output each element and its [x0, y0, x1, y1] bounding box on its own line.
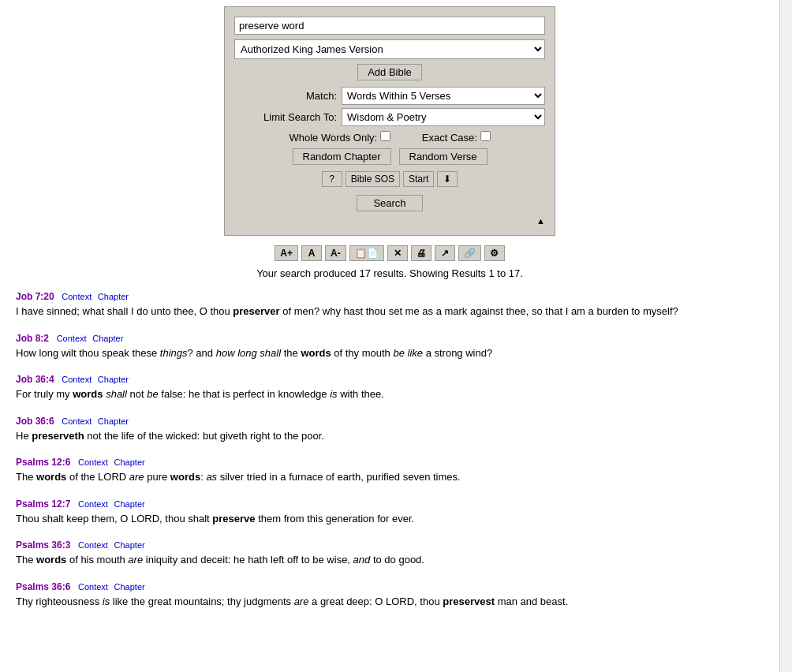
- result-text: Thy righteousness is like the great moun…: [16, 594, 764, 610]
- copy-doc-button[interactable]: 📋📄: [349, 245, 384, 261]
- context-link[interactable]: Context: [57, 334, 87, 343]
- search-input[interactable]: preserve word: [234, 17, 545, 35]
- result-ref: Job 36:6 Context Chapter: [16, 415, 764, 427]
- result-ref-link[interactable]: Psalms 36:3: [16, 539, 70, 551]
- match-label: Match:: [234, 90, 337, 102]
- chapter-link[interactable]: Chapter: [98, 375, 129, 384]
- context-link[interactable]: Context: [62, 292, 92, 301]
- context-link[interactable]: Context: [62, 375, 92, 384]
- result-ref: Psalms 12:7 Context Chapter: [16, 498, 764, 510]
- result-text: For truly my words shall not be false: h…: [16, 386, 764, 402]
- match-select[interactable]: Words Within 5 Verses All Words Any Word…: [342, 87, 545, 105]
- result-ref-link[interactable]: Job 8:2: [16, 333, 49, 344]
- result-text: I have sinned; what shall I do unto thee…: [16, 304, 764, 319]
- result-ref-link[interactable]: Psalms 12:7: [16, 498, 70, 510]
- result-ref-link[interactable]: Psalms 12:6: [16, 457, 70, 468]
- result-item: Job 8:2 Context Chapter How long wilt th…: [16, 332, 764, 361]
- result-ref: Job 7:20 Context Chapter: [16, 290, 764, 302]
- collapse-arrow[interactable]: ▲: [234, 216, 545, 226]
- chapter-link[interactable]: Chapter: [114, 457, 145, 467]
- font-normal-button[interactable]: A: [301, 245, 322, 261]
- result-ref: Psalms 36:6 Context Chapter: [16, 581, 764, 592]
- result-ref: Psalms 36:3 Context Chapter: [16, 539, 764, 551]
- chapter-link[interactable]: Chapter: [114, 499, 145, 509]
- whole-words-checkbox[interactable]: [380, 131, 390, 141]
- help-button[interactable]: ?: [322, 171, 342, 187]
- result-ref-link[interactable]: Job 36:6: [16, 416, 54, 427]
- exact-case-checkbox[interactable]: [480, 131, 491, 141]
- result-ref-link[interactable]: Job 36:4: [16, 374, 54, 385]
- result-text: Thou shalt keep them, O LORD, thou shalt…: [16, 511, 764, 527]
- result-text: The words of his mouth are iniquity and …: [16, 552, 764, 568]
- context-link[interactable]: Context: [78, 540, 108, 550]
- add-bible-button[interactable]: Add Bible: [357, 64, 422, 80]
- settings-button[interactable]: ⚙: [484, 245, 505, 261]
- start-button[interactable]: Start: [403, 171, 434, 187]
- limit-label: Limit Search To:: [234, 111, 337, 123]
- search-panel: preserve word Authorized King James Vers…: [224, 6, 555, 236]
- font-decrease-button[interactable]: A-: [325, 245, 346, 261]
- results-toolbar: A+ A A- 📋📄 ✕ 🖨 ↗ 🔗 ⚙: [16, 245, 764, 261]
- whole-words-label: Whole Words Only:: [289, 131, 390, 144]
- chapter-link[interactable]: Chapter: [98, 416, 129, 426]
- result-text: How long wilt thou speak these things? a…: [16, 345, 764, 361]
- context-link[interactable]: Context: [78, 457, 108, 467]
- bible-sos-button[interactable]: Bible SOS: [346, 171, 400, 187]
- result-item: Psalms 12:6 Context Chapter The words of…: [16, 456, 764, 485]
- chapter-link[interactable]: Chapter: [92, 334, 123, 343]
- print-button[interactable]: 🖨: [411, 245, 431, 261]
- result-text: The words of the LORD are pure words: as…: [16, 469, 764, 485]
- result-item: Psalms 36:3 Context Chapter The words of…: [16, 539, 764, 568]
- result-item: Job 36:4 Context Chapter For truly my wo…: [16, 373, 764, 402]
- result-ref: Job 36:4 Context Chapter: [16, 373, 764, 385]
- random-chapter-button[interactable]: Random Chapter: [293, 148, 391, 165]
- result-ref: Job 8:2 Context Chapter: [16, 332, 764, 344]
- random-verse-button[interactable]: Random Verse: [399, 148, 488, 165]
- link-button[interactable]: 🔗: [458, 245, 481, 261]
- share-button[interactable]: ↗: [435, 245, 455, 261]
- result-ref-link[interactable]: Job 7:20: [16, 291, 54, 302]
- context-link[interactable]: Context: [62, 416, 92, 426]
- context-link[interactable]: Context: [78, 499, 108, 509]
- result-item: Job 36:6 Context Chapter He preserveth n…: [16, 415, 764, 444]
- download-button[interactable]: ⬇: [437, 171, 458, 187]
- limit-select[interactable]: Wisdom & Poetry Entire Bible Old Testame…: [342, 108, 545, 126]
- result-item: Job 7:20 Context Chapter I have sinned; …: [16, 290, 764, 319]
- results-summary: Your search produced 17 results. Showing…: [16, 267, 764, 279]
- chapter-link[interactable]: Chapter: [114, 540, 145, 550]
- search-button[interactable]: Search: [357, 195, 422, 211]
- chapter-link[interactable]: Chapter: [114, 582, 145, 592]
- result-ref-link[interactable]: Psalms 36:6: [16, 581, 70, 592]
- context-link[interactable]: Context: [78, 582, 108, 592]
- result-item: Psalms 36:6 Context Chapter Thy righteou…: [16, 581, 764, 610]
- result-ref: Psalms 12:6 Context Chapter: [16, 456, 764, 468]
- font-increase-button[interactable]: A+: [275, 245, 298, 261]
- exact-case-label: Exact Case:: [422, 131, 491, 144]
- result-text: He preserveth not the life of the wicked…: [16, 428, 764, 444]
- close-button[interactable]: ✕: [387, 245, 408, 261]
- result-item: Psalms 12:7 Context Chapter Thou shalt k…: [16, 498, 764, 527]
- bible-version-select[interactable]: Authorized King James Version: [234, 39, 545, 59]
- chapter-link[interactable]: Chapter: [98, 292, 129, 301]
- results-list: Job 7:20 Context Chapter I have sinned; …: [16, 290, 764, 609]
